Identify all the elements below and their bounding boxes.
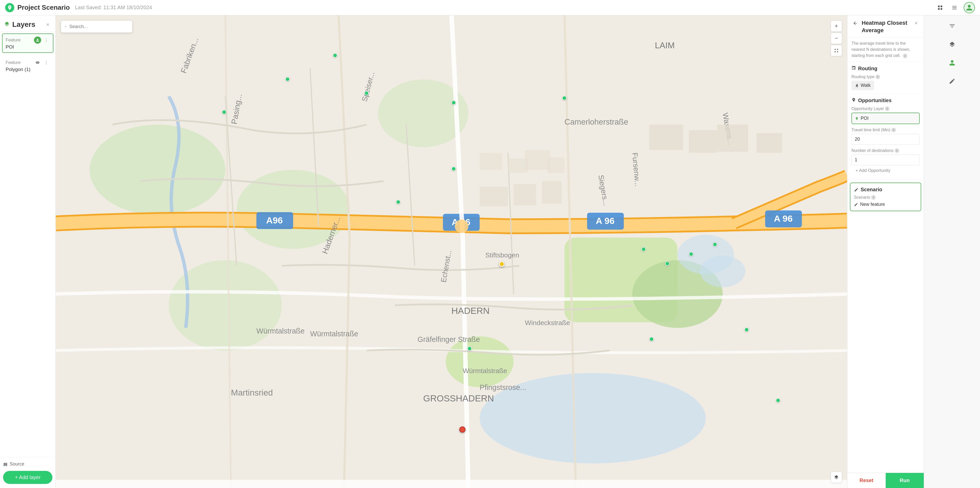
- layers-icon: [4, 21, 10, 28]
- right-sidebar: [924, 15, 980, 488]
- layer-item-polygon[interactable]: Feature ⋮ Polygon (1): [2, 56, 53, 75]
- num-destinations-info[interactable]: i: [895, 148, 899, 153]
- opportunities-icon: [851, 98, 856, 103]
- layer-polygon-eye-btn[interactable]: [34, 59, 41, 66]
- map-area[interactable]: A96 A 96 A 96 A 96: [56, 15, 847, 488]
- edit-feature-button[interactable]: [945, 74, 959, 88]
- svg-rect-5: [952, 7, 957, 8]
- heatmap-back-button[interactable]: [851, 19, 859, 27]
- reset-button[interactable]: Reset: [847, 473, 886, 488]
- map-marker-green[interactable]: [452, 100, 456, 105]
- travel-time-info[interactable]: i: [891, 128, 896, 132]
- app-logo: [5, 3, 14, 12]
- layer-poi-more-btn[interactable]: ⋮: [43, 36, 50, 44]
- svg-rect-48: [542, 181, 562, 204]
- layer-polygon-header: Feature ⋮: [6, 59, 50, 66]
- layer-name-poi: POI: [6, 44, 14, 49]
- map-marker-green[interactable]: [452, 166, 456, 171]
- map-marker-green[interactable]: [364, 91, 369, 95]
- svg-text:Gräfelfinger Straße: Gräfelfinger Straße: [417, 335, 480, 344]
- map-marker-green[interactable]: [689, 252, 694, 257]
- scenario-edit-icon: [854, 203, 858, 207]
- routing-section: Routing Routing type i Walk: [847, 62, 924, 94]
- map-marker-green[interactable]: [649, 337, 654, 341]
- list-icon-btn[interactable]: [949, 3, 959, 13]
- layer-actions-poi: ⋮: [34, 36, 50, 44]
- map-search[interactable]: [61, 21, 132, 33]
- map-marker-green[interactable]: [713, 242, 717, 247]
- map-marker-green[interactable]: [641, 247, 646, 252]
- map-controls: + −: [831, 21, 842, 56]
- heatmap-panel: Heatmap Closest Average × The average tr…: [847, 15, 924, 488]
- layers-title: Layers: [12, 21, 44, 29]
- layer-item-poi[interactable]: Feature ⋮ POI: [2, 33, 53, 53]
- map-svg: A96 A 96 A 96 A 96: [56, 15, 847, 488]
- grid-icon-btn[interactable]: [935, 3, 945, 13]
- heatmap-close-button[interactable]: ×: [913, 19, 920, 27]
- map-marker-green[interactable]: [467, 346, 472, 351]
- scenario-field-label: Scenario i: [854, 195, 917, 200]
- svg-text:A 96: A 96: [596, 216, 614, 226]
- routing-type-info[interactable]: i: [875, 74, 880, 79]
- scenario-value[interactable]: New feature: [854, 202, 917, 207]
- layer-polygon-more-btn[interactable]: ⋮: [43, 59, 50, 66]
- svg-text:HADERN: HADERN: [452, 306, 490, 315]
- map-marker-green[interactable]: [562, 96, 567, 100]
- svg-text:Würmtalstraße: Würmtalstraße: [256, 327, 304, 335]
- info-icon-desc[interactable]: i: [903, 54, 907, 58]
- opportunities-title-row: Opportunities: [851, 98, 920, 103]
- run-button[interactable]: Run: [886, 473, 924, 488]
- layer-poi-icon: [34, 36, 41, 44]
- layer-label-poi: Feature: [6, 38, 21, 43]
- topbar: Project Scenario Last Saved: 11:31 AM 18…: [0, 0, 980, 15]
- map-marker-red[interactable]: [459, 426, 465, 433]
- scenario-info[interactable]: i: [871, 195, 876, 200]
- svg-rect-52: [757, 133, 782, 153]
- filter-button[interactable]: [945, 19, 959, 33]
- layers-toggle-button[interactable]: [831, 472, 842, 483]
- svg-rect-43: [508, 158, 528, 173]
- opportunity-layer-label: Opportunity Layer i: [851, 106, 920, 111]
- map-marker-green[interactable]: [665, 261, 670, 266]
- fit-button[interactable]: [831, 45, 842, 56]
- routing-type-row: Walk: [851, 81, 920, 90]
- source-link[interactable]: Source: [3, 461, 52, 467]
- svg-rect-2: [938, 8, 940, 10]
- svg-rect-49: [649, 125, 683, 150]
- svg-point-16: [700, 256, 745, 287]
- layers-panel-button[interactable]: [945, 38, 959, 51]
- svg-rect-45: [547, 157, 565, 173]
- routing-icon: [851, 66, 856, 71]
- num-destinations-input[interactable]: [851, 154, 920, 165]
- avatar[interactable]: [964, 2, 975, 13]
- svg-point-14: [446, 336, 514, 387]
- add-layer-button[interactable]: + Add layer: [3, 471, 52, 484]
- map-marker-green[interactable]: [333, 53, 337, 58]
- last-saved: Last Saved: 11:31 AM 18/10/2024: [75, 5, 152, 11]
- zoom-in-button[interactable]: +: [831, 21, 842, 32]
- add-opportunity-button[interactable]: + Add Opportunity: [851, 165, 920, 176]
- travel-time-input[interactable]: [851, 134, 920, 145]
- svg-point-8: [90, 125, 226, 215]
- map-marker-green[interactable]: [745, 327, 749, 332]
- map-marker-green[interactable]: [285, 77, 290, 81]
- map-marker-green[interactable]: [776, 398, 780, 403]
- svg-rect-6: [952, 9, 957, 9]
- svg-point-53: [455, 219, 468, 233]
- map-marker-yellow[interactable]: [499, 261, 504, 267]
- layers-close-button[interactable]: ×: [44, 21, 51, 28]
- map-marker-green[interactable]: [222, 110, 226, 114]
- search-input[interactable]: [69, 24, 129, 29]
- svg-text:Würmtalstraße: Würmtalstraße: [310, 330, 358, 338]
- walk-button[interactable]: Walk: [851, 81, 874, 90]
- zoom-out-button[interactable]: −: [831, 33, 842, 44]
- person-layer-button[interactable]: [945, 56, 959, 70]
- svg-text:Pfingstsrose...: Pfingstsrose...: [480, 383, 526, 391]
- svg-text:A 96: A 96: [774, 214, 792, 223]
- opportunity-layer-value[interactable]: POI: [851, 112, 920, 124]
- svg-rect-50: [689, 130, 717, 153]
- opportunity-layer-info[interactable]: i: [885, 106, 889, 111]
- svg-text:Camerloherstraße: Camerloherstraße: [565, 117, 628, 127]
- map-marker-green[interactable]: [396, 200, 401, 204]
- scenario-title-text: Scenario: [861, 187, 882, 193]
